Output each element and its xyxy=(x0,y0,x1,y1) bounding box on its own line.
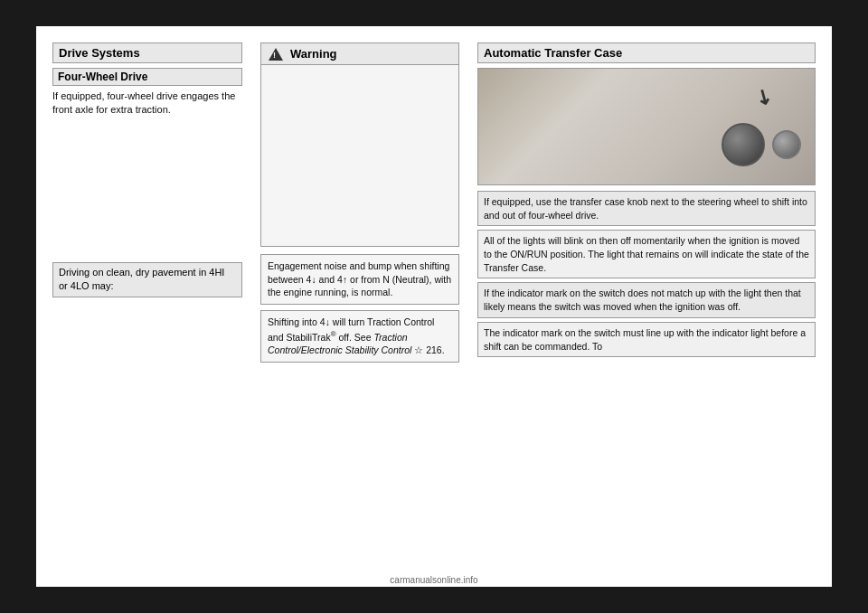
warning-body xyxy=(261,65,458,246)
warning-triangle-icon xyxy=(269,48,283,61)
drive-systems-header: Drive Systems xyxy=(52,42,242,63)
transfer-knob-large xyxy=(722,123,765,166)
mid-column: Warning Engagement noise and bump when s… xyxy=(251,42,468,571)
arrow-indicator-icon: ↘ xyxy=(750,82,777,111)
transfer-image-inner: ↘ xyxy=(478,69,815,184)
shift-text-2: off. See xyxy=(336,331,374,342)
main-page: Drive Systems Four-Wheel Drive If equipp… xyxy=(36,26,832,587)
transfer-case-image: ↘ xyxy=(477,68,816,185)
right-row-3: If the indicator mark on the switch does… xyxy=(477,282,816,317)
warning-title: Warning xyxy=(290,47,337,61)
shift-ref: ☆ 216. xyxy=(411,344,444,355)
left-column: Drive Systems Four-Wheel Drive If equipp… xyxy=(52,42,251,571)
engagement-note-box: Engagement noise and bump when shifting … xyxy=(260,254,459,305)
warning-box: Warning xyxy=(260,42,459,247)
shifting-note-box: Shifting into 4↓ will turn Traction Cont… xyxy=(260,310,459,363)
right-row-2: All of the lights will blink on then off… xyxy=(477,230,816,278)
knob-area xyxy=(722,123,801,166)
four-wheel-drive-header: Four-Wheel Drive xyxy=(52,68,242,86)
right-row-2-text: All of the lights will blink on then off… xyxy=(484,235,809,272)
drive-systems-title: Drive Systems xyxy=(59,46,140,60)
shifting-note-text: Shifting into 4↓ will turn Traction Cont… xyxy=(268,316,452,357)
four-wheel-drive-title: Four-Wheel Drive xyxy=(58,71,147,83)
right-row-4-text: The indicator mark on the switch must li… xyxy=(484,327,806,352)
transfer-knob-small xyxy=(772,130,801,159)
right-column: Automatic Transfer Case ↘ If equipped, u… xyxy=(468,42,816,571)
auto-transfer-title: Automatic Transfer Case xyxy=(484,46,622,60)
right-row-3-text: If the indicator mark on the switch does… xyxy=(484,288,801,312)
engagement-note-text: Engagement noise and bump when shifting … xyxy=(268,259,452,299)
driving-note-box: Driving on clean, dry pavement in 4HI or… xyxy=(52,262,242,297)
right-row-1: If equipped, use the transfer case knob … xyxy=(477,191,816,226)
right-row-4: The indicator mark on the switch must li… xyxy=(477,322,816,357)
warning-header: Warning xyxy=(261,43,458,65)
right-row-1-text: If equipped, use the transfer case knob … xyxy=(484,196,807,221)
auto-transfer-header: Automatic Transfer Case xyxy=(477,42,816,63)
intro-text: If equipped, four-wheel drive engages th… xyxy=(52,90,242,118)
watermark: carmanualsonline.info xyxy=(390,575,477,585)
driving-note-text: Driving on clean, dry pavement in 4HI or… xyxy=(59,266,236,294)
